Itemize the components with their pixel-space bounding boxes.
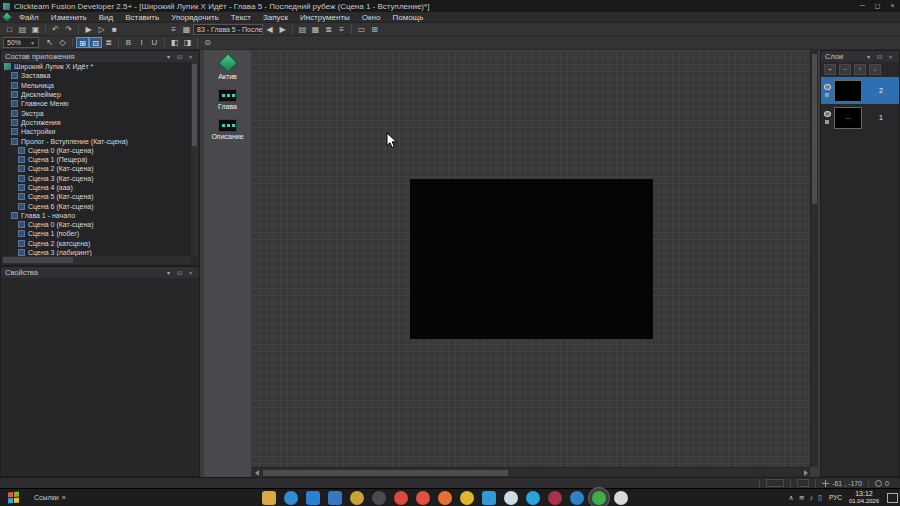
event-editor-button[interactable]: ≣	[322, 24, 335, 35]
scrollbar-thumb[interactable]	[192, 64, 197, 146]
tree-item-main-menu[interactable]: Главное Меню	[2, 99, 191, 108]
toolbar-separator-1[interactable]	[72, 38, 73, 47]
taskbar-clock-icon[interactable]	[614, 491, 628, 505]
tree-item-prolog-scene-1[interactable]: Сцена 1 (Пещера)	[2, 155, 191, 164]
tree-item-prolog-scene-4[interactable]: Сцена 4 (ааа)	[2, 183, 191, 192]
tree-item-melnitsa[interactable]: Мельница	[2, 81, 191, 90]
menu-arrange[interactable]: Упорядочить	[165, 12, 225, 23]
redo-button[interactable]: ↷	[62, 24, 75, 35]
run-frame-button[interactable]: ▷	[95, 24, 108, 35]
properties-float-button[interactable]: ⊡	[175, 268, 184, 278]
layer-row-1[interactable]: ···1	[821, 104, 899, 131]
underline-button[interactable]: U	[148, 37, 161, 48]
object-chapter-counter[interactable]: Глава	[204, 89, 251, 110]
tree-item-prolog[interactable]: Пролог - Вступление (Кат-сцена)	[2, 136, 191, 145]
next-frame-button[interactable]: ▶	[276, 24, 289, 35]
object-active[interactable]: Актив	[204, 56, 251, 80]
frame-list-button[interactable]: ≡	[167, 24, 180, 35]
event-list-editor-button[interactable]: ≡	[335, 24, 348, 35]
properties-close-button[interactable]: ×	[186, 268, 195, 278]
tray-network-icon[interactable]: ≋	[799, 494, 805, 502]
taskbar-blue-circle-icon[interactable]	[570, 491, 584, 505]
zoom-selector[interactable]: 50%▼	[3, 37, 39, 48]
action-center-icon[interactable]	[887, 493, 898, 503]
taskbar-star-app-icon[interactable]	[350, 491, 364, 505]
lock-icon[interactable]	[825, 93, 829, 97]
tree-item-extra[interactable]: Экстра	[2, 108, 191, 117]
layer-down-button[interactable]: ↓	[869, 64, 881, 75]
save-button[interactable]: ▣	[29, 24, 42, 35]
align-right-button[interactable]: ◨	[181, 37, 194, 48]
workspace-horizontal-scrollbar[interactable]	[2, 256, 191, 264]
tree-item-disclaimer[interactable]: Дисклеймер	[2, 90, 191, 99]
canvas-vertical-scrollbar[interactable]	[810, 50, 818, 467]
layers-float-button[interactable]: ⊡	[875, 52, 884, 62]
tree-item-prolog-scene-2[interactable]: Сцена 2 (Кат-сцена)	[2, 164, 191, 173]
new-layer-button[interactable]: +	[824, 64, 836, 75]
taskbar-fusion-icon[interactable]	[592, 491, 606, 505]
scrollbar-thumb[interactable]	[3, 257, 73, 263]
grid-setup-button[interactable]: ≣	[102, 37, 115, 48]
align-left-button[interactable]: ◧	[168, 37, 181, 48]
undo-button[interactable]: ↶	[49, 24, 62, 35]
tree-item-settings[interactable]: Настройки	[2, 127, 191, 136]
menu-file[interactable]: Файл	[13, 12, 45, 23]
tree-item-ch1-scene-3[interactable]: Сцена 3 (лабиринт)	[2, 248, 191, 256]
layer-row-2[interactable]: 2	[821, 77, 899, 104]
tree-item-prolog-scene-6[interactable]: Сцена 6 (Кат-сцена)	[2, 201, 191, 210]
workspace-menu-button[interactable]: ▾	[164, 52, 173, 62]
object-description-counter[interactable]: Описание	[204, 119, 251, 140]
tree-item-chapter-1[interactable]: Глава 1 - начало	[2, 211, 191, 220]
workspace-vertical-scrollbar[interactable]	[191, 62, 198, 256]
taskbar-folder-icon[interactable]	[262, 491, 276, 505]
tree-item-ch1-scene-1[interactable]: Сцена 1 (побег)	[2, 229, 191, 238]
goto-frame-button[interactable]: ▦	[180, 24, 193, 35]
taskbar-vscode-icon[interactable]	[306, 491, 320, 505]
layers-menu-button[interactable]: ▾	[864, 52, 873, 62]
workspace-close-button[interactable]: ×	[186, 52, 195, 62]
taskbar-edge-icon[interactable]	[284, 491, 298, 505]
taskbar-chrome-icon[interactable]	[416, 491, 430, 505]
taskbar-snowflake-icon[interactable]	[504, 491, 518, 505]
tree-item-app-root[interactable]: Широкий Лупик Х Идёт *	[2, 62, 191, 71]
close-button[interactable]: ×	[885, 0, 900, 12]
taskbar-clock[interactable]: 13:1201.04.2026	[849, 490, 879, 505]
scrollbar-thumb[interactable]	[812, 54, 817, 204]
frame-editor-button[interactable]: ▦	[309, 24, 322, 35]
quick-launch-links[interactable]: Ссылки»	[34, 494, 66, 501]
lock-icon[interactable]	[825, 120, 829, 124]
stop-button[interactable]: ■	[108, 24, 121, 35]
menu-tools[interactable]: Инструменты	[294, 12, 356, 23]
tree-item-achievements[interactable]: Достижения	[2, 118, 191, 127]
taskbar-telegram-icon[interactable]	[526, 491, 540, 505]
taskbar-yellow-browser-icon[interactable]	[460, 491, 474, 505]
open-button[interactable]: ▤	[16, 24, 29, 35]
menu-text[interactable]: Текст	[225, 12, 257, 23]
new-button[interactable]: □	[3, 24, 16, 35]
tree-item-prolog-scene-3[interactable]: Сцена 3 (Кат-сцена)	[2, 174, 191, 183]
snap-to-grid-button[interactable]: ⊡	[89, 37, 102, 48]
data-elements-button[interactable]: ⊞	[368, 24, 381, 35]
menu-insert[interactable]: Вставить	[119, 12, 165, 23]
eye-icon[interactable]	[824, 111, 831, 117]
properties-menu-button[interactable]: ▾	[164, 268, 173, 278]
menu-run[interactable]: Запуск	[257, 12, 294, 23]
layer-up-button[interactable]: ↑	[854, 64, 866, 75]
menu-edit[interactable]: Изменить	[45, 12, 93, 23]
previous-frame-button[interactable]: ◀	[263, 24, 276, 35]
minimize-button[interactable]: ─	[855, 0, 870, 12]
tray-volume-icon[interactable]: ♪	[810, 494, 814, 502]
tree-item-zastavka[interactable]: Заставка	[2, 71, 191, 80]
taskbar-red-browser-icon[interactable]	[394, 491, 408, 505]
scroll-right-icon[interactable]	[801, 469, 810, 477]
maximize-button[interactable]: ◻	[870, 0, 885, 12]
delete-layer-button[interactable]: −	[839, 64, 851, 75]
scrollbar-thumb[interactable]	[263, 470, 508, 476]
frame-area[interactable]	[410, 179, 653, 339]
menu-window[interactable]: Окно	[356, 12, 387, 23]
taskbar-paint-icon[interactable]	[328, 491, 342, 505]
start-button[interactable]	[0, 489, 26, 506]
zoom-tool-button[interactable]: ⊙	[201, 37, 214, 48]
storyboard-editor-button[interactable]: ▤	[296, 24, 309, 35]
canvas-horizontal-scrollbar[interactable]	[252, 467, 810, 477]
